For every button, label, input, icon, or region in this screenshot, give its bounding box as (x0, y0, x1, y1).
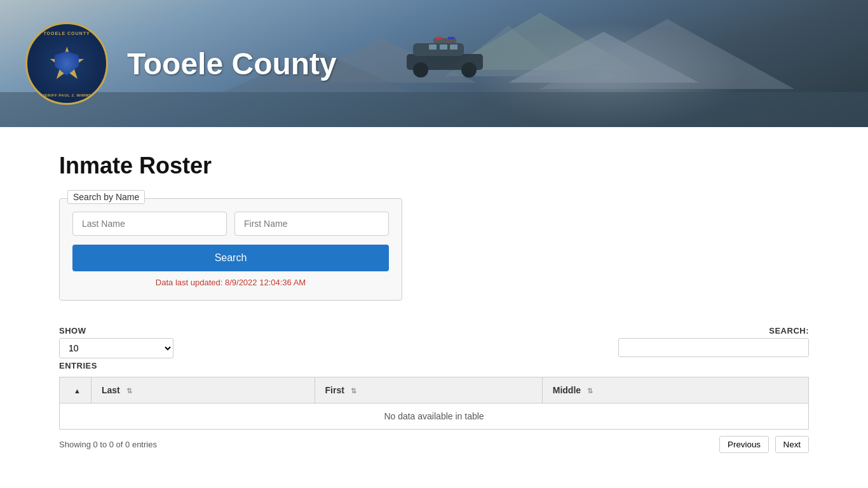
table-controls: SHOW 10 25 50 100 ENTRIES SEARCH: (59, 326, 809, 370)
showing-entries-text: Showing 0 to 0 of 0 entries (59, 440, 157, 449)
next-button[interactable]: Next (775, 436, 809, 453)
entries-label: ENTRIES (59, 361, 173, 370)
data-updated-text: Data last updated: 8/9/2022 12:04:36 AM (72, 278, 389, 287)
sort-icon-middle: ⇅ (587, 387, 593, 395)
sort-icon-last: ⇅ (126, 387, 132, 395)
col-header-num[interactable]: ▲ (60, 377, 92, 403)
badge-county-text: TOOELE COUNTY (43, 31, 90, 36)
badge-sheriff-text: SHERIFF PAUL J. WIMMER (39, 93, 95, 97)
table-search-label: SEARCH: (769, 326, 809, 336)
search-by-name-box: Search by Name Search Data last updated:… (59, 198, 402, 301)
col-first-label: First (325, 385, 344, 395)
main-content: Inmate Roster Search by Name Search Data… (21, 127, 847, 478)
entries-select[interactable]: 10 25 50 100 (59, 338, 173, 358)
last-name-input[interactable] (72, 212, 227, 236)
site-title: Tooele County (127, 46, 337, 81)
col-header-first[interactable]: First ⇅ (315, 377, 542, 403)
sheriff-badge: ★ TOOELE COUNTY SHERIFF PAUL J. WIMMER (25, 22, 108, 105)
search-button[interactable]: Search (72, 245, 389, 271)
inmate-table: ▲ Last ⇅ First ⇅ Middle ⇅ No data availa… (59, 377, 809, 430)
pagination-controls: Previous Next (719, 436, 809, 453)
page-title: Inmate Roster (59, 152, 809, 179)
table-header-row: ▲ Last ⇅ First ⇅ Middle ⇅ (60, 377, 809, 403)
show-label: SHOW (59, 326, 173, 336)
col-middle-label: Middle (553, 385, 581, 395)
search-fields-row (72, 212, 389, 236)
page-header: ★ TOOELE COUNTY SHERIFF PAUL J. WIMMER T… (0, 0, 868, 127)
table-search-section: SEARCH: (618, 326, 809, 357)
search-box-legend: Search by Name (67, 190, 145, 204)
col-last-label: Last (102, 385, 120, 395)
first-name-input[interactable] (234, 212, 389, 236)
no-data-row: No data available in table (60, 403, 809, 430)
col-header-last[interactable]: Last ⇅ (92, 377, 315, 403)
table-footer: Showing 0 to 0 of 0 entries Previous Nex… (59, 436, 809, 453)
col-header-middle[interactable]: Middle ⇅ (542, 377, 808, 403)
no-data-cell: No data available in table (60, 403, 809, 430)
sort-icon-first: ⇅ (351, 387, 356, 395)
previous-button[interactable]: Previous (719, 436, 769, 453)
show-entries-section: SHOW 10 25 50 100 ENTRIES (59, 326, 173, 370)
sort-icon-num: ▲ (74, 387, 81, 395)
table-search-input[interactable] (618, 338, 809, 357)
